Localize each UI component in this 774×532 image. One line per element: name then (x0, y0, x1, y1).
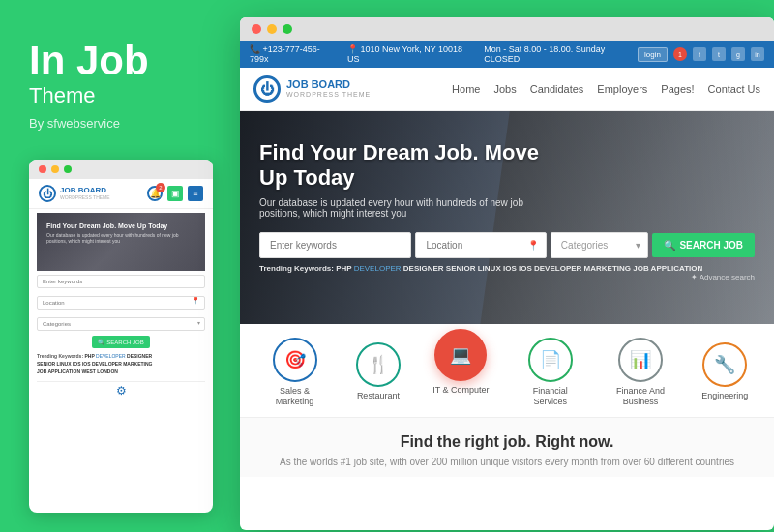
hero-content: Find Your Dream Job. Move Up Today Our d… (240, 111, 774, 219)
menu-icon-green: ▣ (167, 186, 183, 201)
brand-subtitle: Theme (29, 83, 213, 108)
keyword-ios-dev: IOS DEVELOPER (519, 264, 584, 273)
keyword-developer: DEVELOPER (354, 264, 403, 273)
nav-pages[interactable]: Pages! (661, 83, 694, 95)
mini-search-form: 📍 ▾ 🔍 SEARCH JOB (37, 275, 205, 348)
keyword-marketing: MARKETING (584, 264, 634, 273)
top-info-left: 📞 +123-777-456-799x 📍 1010 New York, NY … (250, 44, 638, 64)
brand-title: In Job (29, 39, 213, 83)
brand-by: By sfwebservice (29, 116, 213, 131)
keyword-senior: SENIOR (446, 264, 478, 273)
mini-hero-section: Find Your Dream Job. Move Up Today Our d… (29, 209, 213, 399)
facebook-icon[interactable]: f (693, 47, 706, 61)
main-browser: 📞 +123-777-456-799x 📍 1010 New York, NY … (240, 17, 774, 530)
category-financial[interactable]: 📄 Financial Services (521, 338, 580, 407)
engineering-icon: 🔧 (702, 342, 747, 387)
mini-keywords-input[interactable] (37, 275, 205, 288)
address-text: 📍 1010 New York, NY 10018 US (347, 44, 472, 64)
main-dot-green (283, 24, 292, 34)
notification-badge: 1 (673, 47, 687, 61)
keyword-job-app: JOB APPLICATION (633, 264, 702, 273)
mini-trending-keywords: Trending Keywords: PHP DEVELOPER DESIGNE… (37, 348, 205, 377)
notification-badge: 🔔 2 (147, 186, 163, 201)
mini-location-wrapper: 📍 (37, 291, 205, 310)
top-info-bar: 📞 +123-777-456-799x 📍 1010 New York, NY … (240, 41, 774, 68)
hero-section: Find Your Dream Job. Move Up Today Our d… (240, 111, 774, 324)
it-icon: 💻 (434, 329, 487, 381)
search-icon: 🔍 (98, 339, 104, 345)
menu-icon-blue: ≡ (188, 186, 203, 201)
dropdown-arrow-icon: ▾ (197, 318, 200, 325)
category-sales[interactable]: 🎯 Sales & Marketing (266, 338, 324, 407)
main-menu: Home Jobs Candidates Employers Pages! Co… (452, 83, 760, 95)
twitter-icon[interactable]: t (712, 47, 726, 61)
advance-search-link[interactable]: ✦ Advance search (691, 273, 755, 281)
mini-category-input[interactable] (37, 317, 205, 331)
search-button[interactable]: 🔍 SEARCH JOB (652, 233, 755, 257)
category-restaurant[interactable]: 🍴 Restaurant (356, 342, 401, 401)
mini-hero-desc: Our database is updated every hour with … (46, 232, 195, 244)
engineering-label: Engineering (701, 391, 748, 401)
left-panel: In Job Theme By sfwebservice ⏻ JOB BOARD… (0, 0, 242, 532)
category-finance-biz[interactable]: 📊 Finance And Business (611, 338, 670, 407)
notif-count: 2 (156, 183, 165, 192)
bottom-section: Find the right job. Right now. As the wo… (240, 418, 774, 477)
mini-browser: ⏻ JOB BOARD WORDPRESS THEME 🔔 2 ▣ ≡ Find (29, 160, 213, 513)
main-logo: ⏻ JOB BOARD WORDPRESS THEME (253, 75, 371, 103)
mini-logo: ⏻ JOB BOARD WORDPRESS THEME (39, 185, 110, 202)
nav-candidates[interactable]: Candidates (530, 83, 584, 95)
nav-contact[interactable]: Contact Us (708, 83, 760, 95)
mini-gear: ⚙ (37, 381, 205, 399)
finance-biz-icon: 📊 (618, 338, 663, 382)
mini-nav-icons: 🔔 2 ▣ ≡ (147, 186, 203, 201)
hours-text: Mon - Sat 8.00 - 18.00. Sunday CLOSED (484, 44, 638, 64)
financial-label: Financial Services (521, 386, 580, 407)
location-wrapper: 📍 (415, 232, 546, 258)
search-keywords-input[interactable] (259, 232, 411, 258)
location-pin-icon: 📍 (527, 240, 539, 251)
trending-row: Trending Keywords: PHP DEVELOPER DESIGNE… (240, 258, 774, 279)
mini-browser-bar (29, 160, 213, 179)
top-info-right: login 1 f t g in (638, 47, 764, 62)
main-logo-icon: ⏻ (253, 75, 281, 103)
category-it[interactable]: 💻 IT & Computer (432, 329, 489, 396)
nav-jobs[interactable]: Jobs (493, 83, 516, 95)
login-button[interactable]: login (638, 47, 668, 62)
linkedin-icon[interactable]: in (751, 47, 764, 61)
mini-search-button[interactable]: 🔍 SEARCH JOB (92, 336, 149, 348)
mini-logo-icon: ⏻ (39, 185, 56, 202)
mini-nav: ⏻ JOB BOARD WORDPRESS THEME 🔔 2 ▣ ≡ (29, 179, 213, 209)
mini-hero-title: Find Your Dream Job. Move Up Today (46, 222, 195, 229)
mini-location-input[interactable] (37, 296, 205, 310)
category-engineering[interactable]: 🔧 Engineering (701, 342, 748, 401)
keyword-linux: LINUX (478, 264, 503, 273)
it-label: IT & Computer (432, 385, 489, 396)
categories-row: 🎯 Sales & Marketing 🍴 Restaurant 💻 IT & … (240, 324, 774, 418)
keyword-ios: IOS (503, 264, 519, 273)
dot-red (39, 165, 46, 173)
hero-desc: Our database is updated every hour with … (259, 197, 550, 219)
hero-title: Find Your Dream Job. Move Up Today (259, 140, 569, 192)
restaurant-label: Restaurant (357, 391, 400, 401)
keyword-designer: DESIGNER (403, 264, 446, 273)
nav-home[interactable]: Home (452, 83, 480, 95)
dot-yellow (51, 165, 59, 173)
search-form: 📍 Categories ▾ 🔍 SEARCH JOB (240, 232, 774, 258)
nav-employers[interactable]: Employers (597, 83, 647, 95)
main-nav: ⏻ JOB BOARD WORDPRESS THEME Home Jobs Ca… (240, 68, 774, 111)
main-dot-red (252, 24, 261, 34)
category-wrapper: Categories ▾ (551, 232, 649, 258)
categories-select[interactable]: Categories (551, 232, 649, 258)
map-pin-icon: 📍 (347, 44, 358, 54)
finance-biz-label: Finance And Business (611, 386, 670, 407)
keyword-php: PHP (336, 264, 354, 273)
phone-text: 📞 +123-777-456-799x (250, 44, 336, 64)
main-browser-bar (240, 17, 774, 41)
location-icon: 📍 (192, 297, 200, 305)
sales-icon: 🎯 (273, 338, 317, 382)
mini-hero: Find Your Dream Job. Move Up Today Our d… (37, 213, 205, 271)
google-icon[interactable]: g (731, 47, 745, 61)
dot-green (64, 165, 72, 173)
bottom-desc: As the worlds #1 job site, with over 200… (259, 457, 755, 467)
main-dot-yellow (267, 24, 277, 34)
